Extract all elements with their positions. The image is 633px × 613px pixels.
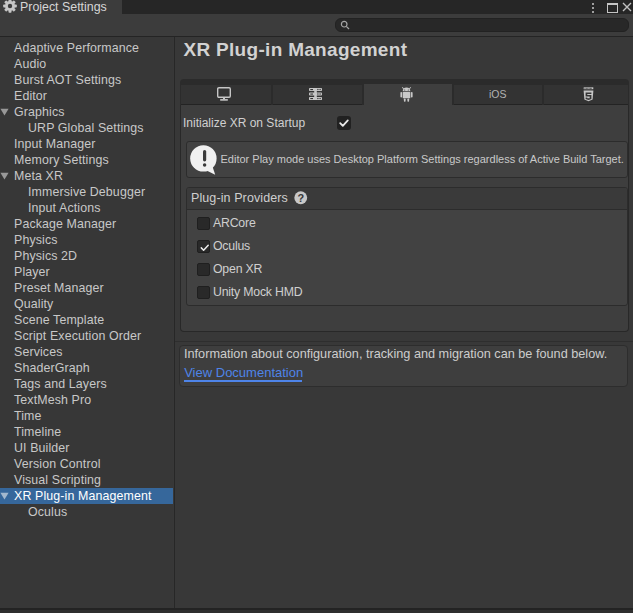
svg-text:?: ? <box>297 192 304 204</box>
